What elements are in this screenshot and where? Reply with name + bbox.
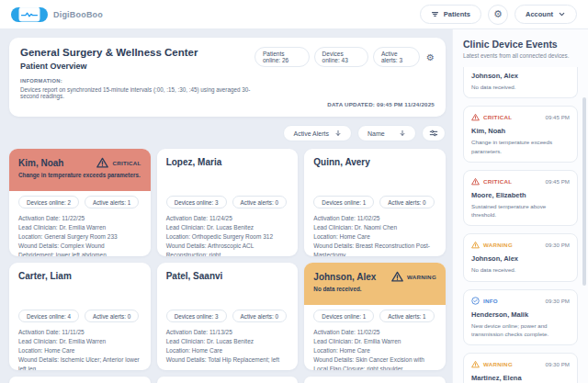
event-message: No data received. (471, 83, 570, 91)
card-header: Patel, Saanvi (157, 263, 299, 305)
wound-details: Wound Details: Skin Cancer Excision with… (313, 355, 436, 370)
lead-clinician: Lead Clinician: Dr. Emilia Warren (18, 223, 141, 232)
card-header: Quinn, Avery (304, 149, 446, 191)
patients-online-badge: Patients online: 26 (254, 47, 310, 67)
devices-online-pill: Devices online: 1 (313, 310, 374, 322)
warning-triangle-icon (391, 271, 403, 282)
warning-triangle-icon (471, 177, 480, 186)
wound-details: Wound Details: Arthroscopic ACL Reconstr… (166, 242, 289, 256)
warning-triangle-icon (471, 241, 480, 249)
arrow-down-icon (334, 130, 342, 137)
account-button-label: Account (526, 10, 553, 18)
information-text: Devices report on synchronized 15-minute… (20, 86, 254, 99)
patient-card-lopez-maria[interactable]: Lopez, Maria Devices online: 3 Active al… (157, 149, 299, 256)
sort-name-dropdown[interactable]: Name (357, 125, 416, 141)
overview-gear-icon[interactable]: ⚙ (426, 52, 435, 62)
brand-logo-icon (11, 7, 48, 22)
location: Location: General Surgery Room 233 (18, 232, 141, 242)
event-severity-warning: WARNING (471, 241, 513, 249)
information-label: INFORMATION: (20, 78, 254, 84)
account-button[interactable]: Account (514, 5, 577, 24)
events-panel-title: Clinic Device Events (463, 39, 581, 50)
event-card[interactable]: WARNING 09:30 PM Johnson, Alex No data r… (463, 233, 578, 281)
events-scrollbar[interactable] (582, 97, 586, 286)
filter-options-button[interactable] (422, 125, 446, 141)
event-card[interactable]: CRITICAL 09:45 PM Kim, Noah Change in te… (463, 106, 578, 163)
gear-icon: ⚙ (493, 8, 503, 20)
patient-grid: Kim, Noah CRITICAL Change in temperature… (9, 149, 446, 383)
data-updated-label: DATA UPDATED: 09:45 PM 11/24/2025 (327, 101, 435, 107)
severity-badge: WARNING (391, 271, 436, 282)
warning-alert-header: Johnson, Alex WARNING No data received. (304, 263, 446, 305)
lead-clinician: Lead Clinician: Dr. Emilia Warren (18, 337, 141, 346)
patient-card-partial (157, 377, 299, 383)
lead-clinician: Lead Clinician: Dr. Lucas Benitez (166, 337, 289, 346)
activation-date: Activation Date: 11/02/25 (313, 214, 436, 223)
severity-badge: CRITICAL (96, 157, 141, 168)
activation-date: Activation Date: 11/11/25 (18, 328, 141, 337)
page-subtitle: Patient Overview (20, 62, 254, 71)
patient-name: Patel, Saanvi (166, 271, 223, 281)
card-header: Carter, Liam (9, 263, 151, 305)
event-time: 09:45 PM (546, 114, 570, 120)
sort-name-label: Name (368, 130, 385, 137)
event-patient-name: Kim, Noah (471, 127, 570, 135)
event-patient-name: Henderson, Malik (471, 310, 570, 319)
event-severity-warning: WARNING (471, 360, 513, 368)
event-card[interactable]: WARNING 09:30 PM Martinez, Elena Battery… (463, 353, 578, 383)
activation-date: Activation Date: 11/22/25 (18, 214, 141, 223)
patient-name: Quinn, Avery (313, 157, 370, 167)
active-alerts-pill: Active alerts: 1 (379, 310, 434, 322)
devices-online-badge: Devices online: 43 (314, 47, 368, 67)
event-patient-name: Moore, Elizabeth (471, 191, 570, 199)
event-severity-critical: CRITICAL (471, 177, 512, 186)
lead-clinician: Lead Clinician: Dr. Naomi Chen (313, 223, 436, 232)
events-panel-subtitle: Latest events from all connected devices… (463, 52, 581, 59)
activation-date: Activation Date: 11/02/25 (313, 328, 436, 337)
wound-details: Wound Details: Breast Reconstruction Pos… (313, 242, 436, 256)
event-card[interactable]: INFO 09:30 PM Henderson, Malik New devic… (463, 289, 578, 346)
settings-gear-button[interactable]: ⚙ (488, 5, 508, 25)
patient-card-carter-liam[interactable]: Carter, Liam Devices online: 4 Active al… (9, 263, 151, 370)
brand: DigiBooBoo (11, 7, 103, 22)
sort-active-alerts-label: Active Alerts (293, 130, 329, 137)
page-title: General Surgery & Wellness Center (20, 47, 254, 58)
check-circle-icon (471, 297, 480, 305)
devices-online-pill: Devices online: 2 (18, 196, 79, 208)
patient-card-quinn-avery[interactable]: Quinn, Avery Devices online: 1 Active al… (304, 149, 446, 256)
event-time: 09:30 PM (546, 298, 570, 304)
patient-card-johnson-alex[interactable]: Johnson, Alex WARNING No data received. … (304, 263, 446, 370)
critical-alert-header: Kim, Noah CRITICAL Change in temperature… (9, 149, 151, 191)
patient-card-partial (304, 377, 446, 383)
patient-name: Kim, Noah (18, 158, 63, 168)
devices-online-pill: Devices online: 1 (313, 196, 374, 208)
sort-active-alerts-button[interactable]: Active Alerts (283, 125, 352, 141)
patient-card-patel-saanvi[interactable]: Patel, Saanvi Devices online: 3 Active a… (157, 263, 299, 370)
activation-date: Activation Date: 11/13/25 (166, 328, 289, 337)
alert-message: No data received. (313, 286, 436, 292)
overview-card: General Surgery & Wellness Center Patien… (9, 38, 446, 117)
patient-card-kim-noah[interactable]: Kim, Noah CRITICAL Change in temperature… (9, 149, 151, 256)
active-alerts-pill: Active alerts: 1 (85, 196, 139, 208)
arrow-down-icon (399, 130, 406, 137)
location: Location: Home Care (313, 346, 436, 355)
brand-name: DigiBooBoo (53, 10, 103, 19)
patients-button-label: Patients (444, 10, 470, 18)
event-patient-name: Johnson, Alex (471, 254, 570, 263)
event-severity-info: INFO (471, 297, 498, 305)
event-card[interactable]: Johnson, Alex No data received. (463, 67, 578, 98)
active-alerts-badge: Active alerts: 3 (373, 47, 420, 67)
event-card[interactable]: CRITICAL 09:45 PM Moore, Elizabeth Susta… (463, 170, 578, 227)
wound-details: Wound Details: Total Hip Replacement; le… (166, 355, 289, 365)
event-time: 09:30 PM (546, 361, 570, 367)
devices-online-pill: Devices online: 3 (166, 310, 227, 322)
chevron-down-icon (558, 10, 566, 18)
active-alerts-pill: Active alerts: 0 (232, 196, 287, 208)
patients-button[interactable]: Patients (420, 5, 481, 24)
patient-name: Lopez, Maria (166, 157, 222, 167)
location: Location: Home Care (313, 232, 436, 242)
alert-message: Change in temperature exceeds parameters… (18, 172, 141, 178)
event-time: 09:45 PM (546, 178, 570, 185)
wound-details: Wound Details: Ischemic Ulcer; Anterior … (18, 355, 141, 370)
active-alerts-pill: Active alerts: 0 (85, 310, 139, 322)
